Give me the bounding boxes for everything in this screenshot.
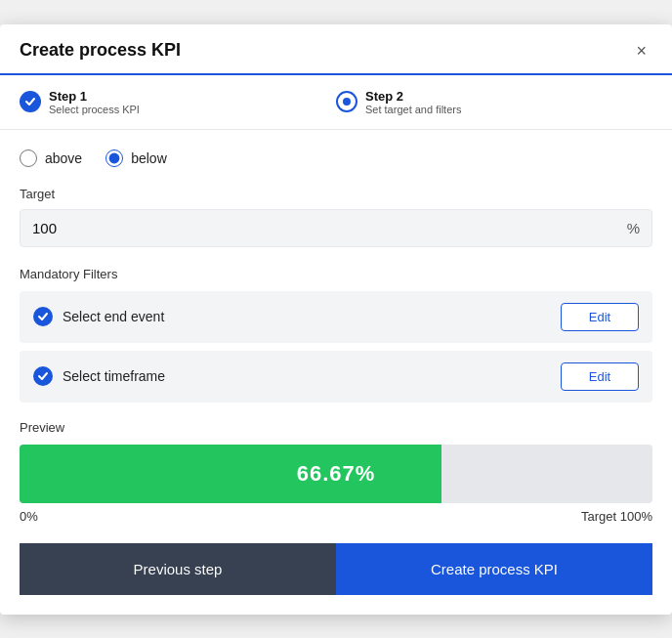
filter-timeframe-row: Select timeframe Edit: [20, 351, 652, 403]
close-button[interactable]: ×: [630, 40, 652, 62]
mandatory-filters-label: Mandatory Filters: [20, 267, 652, 281]
radio-below-label: below: [131, 150, 167, 166]
target-label: Target: [20, 187, 652, 201]
dialog-title: Create process KPI: [20, 40, 181, 61]
step-2-label: Step 2: [365, 89, 461, 104]
filter-end-event-edit-button[interactable]: Edit: [561, 303, 639, 331]
filter-timeframe-check-icon: [33, 366, 53, 386]
step-2: Step 2 Set target and filters: [336, 89, 652, 115]
step-1-label: Step 1: [49, 89, 140, 104]
direction-radio-group: above below: [20, 149, 652, 167]
create-kpi-button[interactable]: Create process KPI: [336, 543, 652, 595]
progress-bar-container: 66.67%: [20, 445, 652, 503]
radio-above[interactable]: above: [20, 149, 82, 167]
percent-symbol: %: [627, 220, 640, 236]
filter-end-event-check-icon: [33, 307, 53, 326]
radio-above-input[interactable]: [20, 149, 37, 167]
steps-bar: Step 1 Select process KPI Step 2 Set tar…: [0, 75, 672, 130]
filter-end-event-name: Select end event: [63, 309, 164, 324]
previous-step-button[interactable]: Previous step: [20, 543, 336, 595]
progress-max-label: Target 100%: [581, 509, 652, 524]
radio-above-label: above: [45, 150, 82, 166]
step-1-icon: [20, 91, 41, 112]
step-2-info: Step 2 Set target and filters: [365, 89, 461, 115]
radio-below-input[interactable]: [105, 149, 123, 167]
filter-timeframe-name: Select timeframe: [63, 368, 165, 384]
create-process-kpi-dialog: Create process KPI × Step 1 Select proce…: [0, 24, 672, 615]
progress-min-label: 0%: [20, 509, 38, 524]
target-input-wrapper: %: [20, 209, 652, 247]
filter-end-event-row: Select end event Edit: [20, 291, 652, 343]
step-1: Step 1 Select process KPI: [20, 89, 336, 115]
dialog-footer: Previous step Create process KPI: [20, 543, 652, 595]
radio-below[interactable]: below: [105, 149, 167, 167]
filter-timeframe-left: Select timeframe: [33, 366, 165, 386]
progress-bar-fill: [20, 445, 441, 503]
target-input[interactable]: [32, 210, 627, 246]
dialog-body: above below Target % Mandatory Filters S: [0, 130, 672, 615]
step-1-info: Step 1 Select process KPI: [49, 89, 140, 115]
preview-label: Preview: [20, 420, 652, 435]
filter-timeframe-edit-button[interactable]: Edit: [561, 362, 639, 391]
dialog-header: Create process KPI ×: [0, 24, 672, 75]
progress-labels: 0% Target 100%: [20, 509, 652, 524]
filter-end-event-left: Select end event: [33, 307, 164, 326]
progress-value-text: 66.67%: [297, 461, 376, 487]
step-1-description: Select process KPI: [49, 104, 140, 115]
preview-section: Preview 66.67% 0% Target 100%: [20, 420, 652, 524]
step-2-description: Set target and filters: [365, 104, 461, 115]
step-2-icon: [336, 91, 357, 112]
